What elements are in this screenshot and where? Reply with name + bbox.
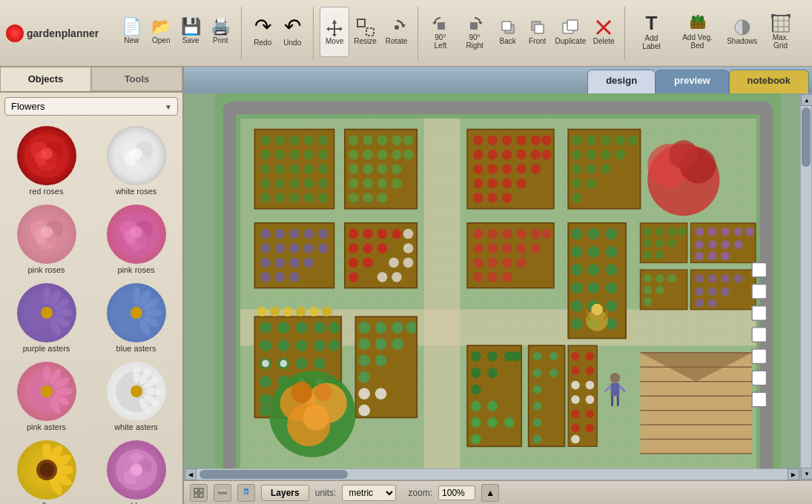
scroll-thumb-horizontal[interactable] <box>199 470 348 479</box>
front-button[interactable]: Front <box>523 7 552 57</box>
objects-scroll[interactable]: red roses white roses pink roses pink ro… <box>0 120 182 504</box>
svg-point-245 <box>377 272 388 282</box>
svg-point-237 <box>377 243 388 253</box>
status-bar: P Layers units: metric imperial zoom: ▲ <box>184 480 812 504</box>
add-veg-bed-button[interactable]: Add Veg. Bed <box>672 7 724 57</box>
tab-tools[interactable]: Tools <box>91 67 182 91</box>
tab-notebook[interactable]: notebook <box>729 70 810 93</box>
zoom-input[interactable] <box>438 485 475 500</box>
svg-point-185 <box>516 179 527 189</box>
svg-point-123 <box>304 150 314 160</box>
svg-point-151 <box>403 150 414 160</box>
object-item-blue-asters[interactable]: blue asters <box>93 280 179 356</box>
svg-point-153 <box>363 164 373 174</box>
marker-icon-button[interactable]: P <box>237 484 255 502</box>
canvas-container[interactable]: ▲ ▼ ◀ ▶ <box>184 93 812 504</box>
scroll-left-button[interactable]: ◀ <box>185 468 197 480</box>
svg-point-119 <box>318 135 329 145</box>
vertical-scrollbar[interactable]: ▲ ▼ <box>800 93 812 480</box>
svg-point-239 <box>363 258 373 268</box>
object-item-pink-roses-2[interactable]: pink roses <box>93 202 179 277</box>
tab-design[interactable]: design <box>587 70 656 93</box>
resize-button[interactable]: Resize <box>349 7 381 57</box>
svg-point-277 <box>606 264 618 276</box>
svg-rect-8 <box>502 21 511 30</box>
object-item-phlox[interactable]: phlox <box>93 437 179 504</box>
add-veg-bed-label: Add Veg. Bed <box>676 33 719 50</box>
delete-button[interactable]: Delete <box>589 7 618 57</box>
svg-point-162 <box>377 193 388 203</box>
object-item-pink-roses-1[interactable]: pink roses <box>3 202 90 277</box>
shadows-button[interactable]: Shadows <box>723 7 761 57</box>
print-button[interactable]: 🖨️ Print <box>205 7 235 57</box>
svg-point-4 <box>395 25 399 30</box>
rotate90right-button[interactable]: 90° Right <box>456 7 492 57</box>
add-label-button[interactable]: T Add Label <box>631 7 671 57</box>
undo-button[interactable]: ↶ Undo <box>277 7 307 57</box>
category-select[interactable]: Flowers Trees Vegetables Fruits Structur… <box>4 97 178 116</box>
svg-point-390 <box>549 352 558 361</box>
toolbar: gardenplanner 📄 New 📂 Open 💾 Save 🖨️ Pri… <box>0 0 812 67</box>
svg-point-177 <box>473 164 483 174</box>
rotate90left-button[interactable]: 90° Left <box>424 7 456 57</box>
svg-point-184 <box>502 179 512 189</box>
redo-button[interactable]: ↷ Redo <box>248 7 277 57</box>
svg-point-198 <box>601 150 611 160</box>
svg-point-155 <box>392 164 402 174</box>
ruler-icon-button[interactable] <box>214 484 231 502</box>
scroll-right-button[interactable]: ▶ <box>788 468 799 480</box>
object-item-purple-asters[interactable]: purple asters <box>3 280 90 356</box>
zoom-up-button[interactable]: ▲ <box>481 484 499 502</box>
open-button[interactable]: 📂 Open <box>146 7 176 57</box>
scroll-up-button[interactable]: ▲ <box>801 94 812 106</box>
grid-icon-button[interactable] <box>190 484 208 502</box>
svg-point-160 <box>349 193 359 203</box>
svg-point-333 <box>260 322 271 334</box>
tab-objects[interactable]: Objects <box>0 67 91 91</box>
svg-point-325 <box>734 274 743 283</box>
svg-point-60 <box>131 226 142 238</box>
svg-point-275 <box>571 264 583 276</box>
new-icon: 📄 <box>122 19 142 35</box>
back-button[interactable]: Back <box>493 7 523 57</box>
undo-label: Undo <box>283 39 301 47</box>
scroll-down-button[interactable]: ▼ <box>801 468 812 480</box>
add-label-icon: T <box>645 13 657 33</box>
svg-point-420 <box>571 381 580 390</box>
svg-point-365 <box>392 338 403 350</box>
new-button[interactable]: 📄 New <box>116 7 146 57</box>
object-item-white-asters[interactable]: white asters <box>93 359 179 434</box>
units-select[interactable]: metric imperial <box>342 485 396 501</box>
svg-point-238 <box>349 258 359 268</box>
svg-rect-1 <box>357 19 365 27</box>
svg-point-243 <box>389 258 399 268</box>
save-button[interactable]: 💾 Save <box>176 7 205 57</box>
layers-button[interactable]: Layers <box>261 485 309 501</box>
rotate-button[interactable]: Rotate <box>381 7 412 57</box>
svg-point-396 <box>533 435 542 444</box>
svg-point-173 <box>502 150 512 160</box>
svg-point-263 <box>516 258 527 268</box>
object-item-pink-asters[interactable]: pink asters <box>3 359 90 434</box>
purple-asters-icon <box>17 283 76 342</box>
scroll-thumb-vertical[interactable] <box>802 107 811 167</box>
svg-point-194 <box>615 135 625 145</box>
max-grid-button[interactable]: Max. Grid <box>761 7 800 57</box>
duplicate-button[interactable]: Duplicate <box>552 7 590 57</box>
svg-point-261 <box>487 258 498 268</box>
main-area: design preview notebook <box>184 67 812 504</box>
horizontal-scrollbar[interactable]: ◀ ▶ <box>184 468 800 480</box>
move-button[interactable]: Move <box>320 7 349 57</box>
svg-point-290 <box>656 228 664 236</box>
svg-point-293 <box>643 239 652 248</box>
svg-point-280 <box>606 282 618 294</box>
rotate90right-icon <box>465 14 484 33</box>
svg-point-195 <box>628 135 638 145</box>
svg-point-167 <box>502 135 512 145</box>
object-item-red-roses[interactable]: red roses <box>3 123 90 199</box>
object-item-white-roses[interactable]: white roses <box>93 123 179 199</box>
svg-point-147 <box>349 150 359 160</box>
object-item-sunflower[interactable]: sunflower <box>3 437 90 504</box>
tab-preview[interactable]: preview <box>656 70 728 93</box>
svg-point-424 <box>571 410 580 419</box>
